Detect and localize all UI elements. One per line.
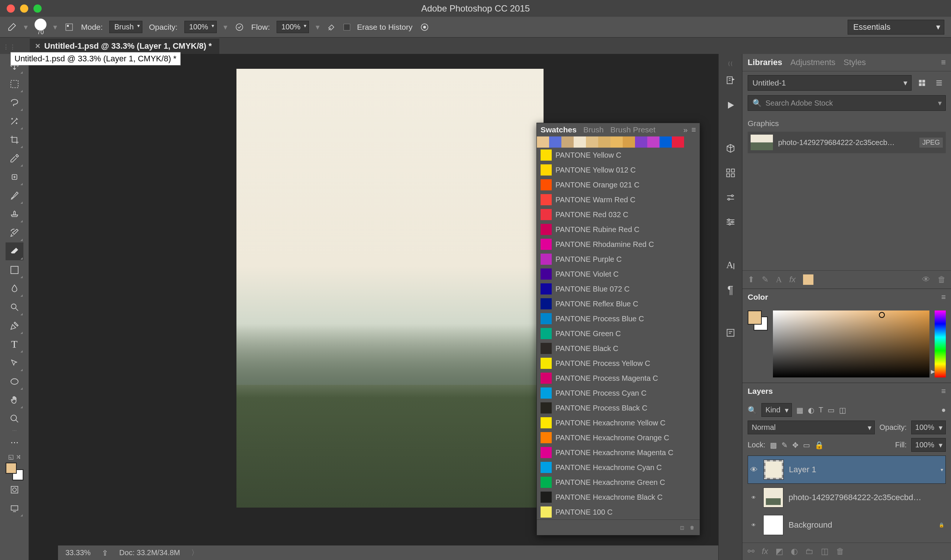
color-field[interactable] — [773, 311, 929, 377]
tab-brush[interactable]: Brush — [583, 125, 604, 134]
swatch-item[interactable]: PANTONE Yellow 012 C — [537, 163, 700, 177]
lasso-tool[interactable] — [6, 94, 23, 112]
actions-panel-icon[interactable] — [724, 98, 737, 112]
add-style-icon[interactable]: ✎ — [762, 275, 768, 285]
share-icon[interactable]: ⇪ — [102, 548, 108, 557]
blend-mode-select[interactable]: Normal — [748, 420, 875, 434]
layer-name[interactable]: photo-1429279684222-2c35cecbd… — [788, 493, 921, 502]
default-colors-icon[interactable]: ◱ — [8, 453, 14, 460]
filter-type-icon[interactable]: T — [819, 406, 823, 414]
mode-select[interactable]: Brush — [109, 21, 142, 33]
layer-lock-icon[interactable]: 🔒 — [939, 522, 944, 528]
cloud-icon[interactable]: 👁 — [922, 275, 930, 285]
tab-styles[interactable]: Styles — [843, 58, 866, 67]
layer-thumbnail[interactable] — [763, 515, 783, 535]
history-brush-tool[interactable] — [6, 224, 23, 242]
tab-libraries[interactable]: Libraries — [748, 58, 782, 67]
layer-row[interactable]: 👁Layer 1 — [748, 455, 946, 484]
swatch-item[interactable]: PANTONE Blue 072 C — [537, 282, 700, 296]
library-search[interactable]: 🔍 Search Adobe Stock — [748, 95, 946, 111]
layer-visibility-icon[interactable]: 👁 — [749, 466, 759, 474]
swatch-item[interactable]: PANTONE Violet C — [537, 267, 700, 282]
filter-adjust-icon[interactable]: ◐ — [808, 406, 814, 415]
hue-slider[interactable]: ▶ — [935, 311, 946, 377]
screen-mode-icon[interactable] — [6, 499, 23, 517]
lock-transparency-icon[interactable]: ▩ — [770, 441, 777, 449]
grip-icon[interactable]: ⋮⋮ — [3, 43, 16, 51]
layer-row[interactable]: 👁Background🔒 — [748, 511, 946, 539]
swatch-item[interactable]: PANTONE Hexachrome Magenta C — [537, 445, 700, 460]
layer-mask-icon[interactable]: ◩ — [776, 547, 783, 556]
lock-all-icon[interactable]: 🔒 — [814, 441, 824, 449]
swatch-item[interactable]: PANTONE Reflex Blue C — [537, 296, 700, 311]
minimize-window[interactable] — [20, 5, 28, 13]
document-tab[interactable]: ✕ Untitled-1.psd @ 33.3% (Layer 1, CMYK/… — [30, 38, 219, 54]
swatch-chip[interactable] — [586, 137, 598, 148]
gradient-tool[interactable] — [6, 261, 23, 279]
properties-panel-icon[interactable] — [724, 166, 737, 180]
lock-artboard-icon[interactable]: ▭ — [803, 441, 810, 449]
character-panel-icon[interactable]: A — [724, 258, 737, 272]
color-menu-icon[interactable]: ≡ — [941, 293, 946, 302]
tab-adjustments[interactable]: Adjustments — [790, 58, 836, 67]
layer-group-icon[interactable]: 🗀 — [805, 547, 813, 556]
shape-tool[interactable] — [6, 372, 23, 391]
library-select[interactable]: Untitled-1 — [748, 75, 912, 91]
swatch-chip[interactable] — [611, 137, 623, 148]
zoom-level[interactable]: 33.33% — [65, 548, 91, 557]
pressure-size-icon[interactable] — [419, 22, 430, 32]
tab-brush-presets[interactable]: Brush Preset — [611, 125, 656, 134]
swatches-panel[interactable]: Swatches Brush Brush Preset »≡ PANTONE Y… — [537, 123, 700, 535]
layers-menu-icon[interactable]: ≡ — [941, 387, 946, 395]
filter-pixel-icon[interactable]: ▦ — [796, 406, 803, 415]
panel-menu-icon[interactable]: ≡ — [941, 58, 946, 67]
swatch-item[interactable]: PANTONE Hexachrome Yellow C — [537, 415, 700, 430]
swatch-item[interactable]: PANTONE Orange 021 C — [537, 177, 700, 192]
color-fg-bg[interactable] — [748, 311, 768, 331]
notes-panel-icon[interactable] — [724, 326, 737, 340]
swatch-chip[interactable] — [562, 137, 574, 148]
layer-fx-icon[interactable]: fx — [762, 547, 768, 556]
swatch-item[interactable]: PANTONE Black C — [537, 341, 700, 356]
swatch-item[interactable]: PANTONE Hexachrome Green C — [537, 475, 700, 490]
eraser-tool[interactable] — [6, 242, 23, 260]
fill-select[interactable]: 100% — [911, 438, 946, 452]
swatch-item[interactable]: PANTONE Process Blue C — [537, 311, 700, 326]
filter-shape-icon[interactable]: ▭ — [828, 406, 835, 415]
paragraph-panel-icon[interactable]: ¶ — [724, 283, 737, 296]
dock-grip[interactable]: ⟨⟨ — [728, 61, 733, 66]
layer-visibility-icon[interactable]: 👁 — [749, 522, 758, 528]
filter-smart-icon[interactable]: ◫ — [839, 406, 846, 415]
adjustment-layer-icon[interactable]: ◐ — [791, 547, 798, 556]
layer-thumbnail[interactable] — [763, 460, 784, 480]
swatch-item[interactable]: PANTONE Process Magenta C — [537, 371, 700, 386]
pen-tool[interactable] — [6, 317, 23, 335]
swap-colors-icon[interactable]: ⤭ — [16, 453, 21, 460]
eraser-tool-icon[interactable] — [7, 22, 17, 32]
history-panel-icon[interactable] — [724, 74, 737, 88]
healing-brush-tool[interactable] — [6, 168, 23, 186]
swatch-item[interactable]: PANTONE Hexachrome Black C — [537, 490, 700, 505]
adjustments-dock-icon[interactable] — [724, 191, 737, 204]
swatch-chip[interactable] — [635, 137, 647, 148]
pressure-opacity-icon[interactable] — [234, 22, 245, 32]
airbrush-icon[interactable] — [326, 22, 337, 32]
settings-dock-icon[interactable] — [724, 215, 737, 229]
swatch-item[interactable]: PANTONE Red 032 C — [537, 207, 700, 222]
swatch-chip[interactable] — [660, 137, 672, 148]
brush-tool[interactable] — [6, 187, 23, 205]
layer-name[interactable]: Layer 1 — [789, 465, 816, 474]
foreground-background-colors[interactable] — [6, 463, 23, 480]
swatch-item[interactable]: PANTONE Yellow C — [537, 148, 700, 163]
flow-select[interactable]: 100% — [277, 21, 309, 33]
swatch-item[interactable]: PANTONE Hexachrome Orange C — [537, 430, 700, 445]
layer-name[interactable]: Background — [788, 520, 832, 530]
add-fx-icon[interactable]: fx — [789, 275, 796, 285]
layer-row[interactable]: 👁photo-1429279684222-2c35cecbd… — [748, 484, 946, 511]
workspace-select[interactable]: Essentials — [848, 20, 944, 35]
add-char-icon[interactable]: A — [776, 275, 782, 285]
hand-tool[interactable] — [6, 391, 23, 409]
swatch-chip[interactable] — [598, 137, 611, 148]
upload-icon[interactable]: ⬆ — [748, 275, 754, 285]
swatch-chip[interactable] — [647, 137, 660, 148]
